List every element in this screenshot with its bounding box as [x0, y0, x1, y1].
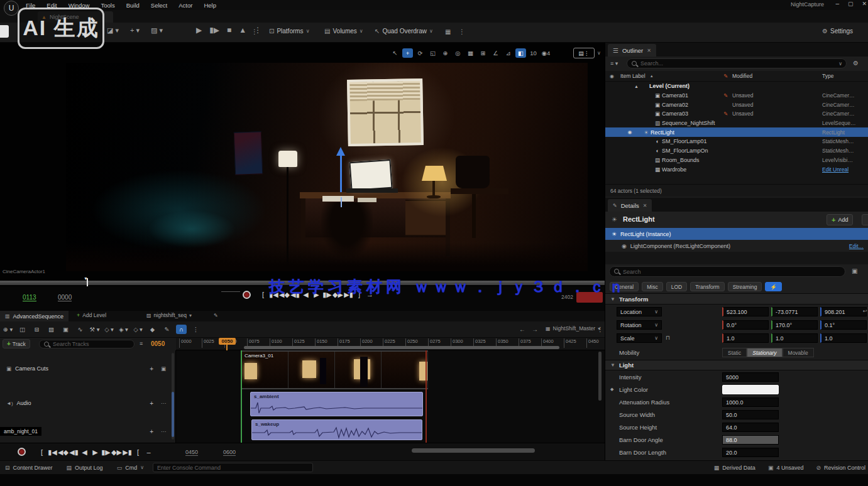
- sequencer-kebab[interactable]: ⋮: [190, 325, 201, 334]
- cine-current-time[interactable]: 0113: [23, 294, 36, 301]
- menu-actor[interactable]: Actor: [173, 1, 198, 10]
- unsaved-button[interactable]: ▣ 4 Unsaved: [768, 465, 804, 471]
- viewport-options-button[interactable]: ▤⋮: [573, 48, 595, 58]
- audio-clip-wakeup[interactable]: s_wakeup: [251, 419, 422, 440]
- menu-build[interactable]: Build: [121, 1, 145, 10]
- details-close-icon[interactable]: ✕: [643, 203, 647, 208]
- console-command-input[interactable]: Enter Console Command: [153, 463, 313, 472]
- play-reverse-button[interactable]: ◀: [79, 446, 90, 458]
- outliner-row-camera02[interactable]: ▣ Camera02 Unsaved CineCamer…: [605, 100, 868, 109]
- grid-size-button[interactable]: ⊞: [478, 48, 488, 58]
- set-start-bracket[interactable]: [: [258, 288, 268, 301]
- track-filter-icon[interactable]: ≡: [140, 340, 143, 347]
- details-expand-icon[interactable]: ▣: [852, 267, 857, 274]
- overdraw-dropdown[interactable]: ↖ Quad Overdraw∨: [375, 28, 433, 35]
- content-drawer-button[interactable]: ⊟ Content Drawer: [5, 465, 53, 471]
- scale-x-field[interactable]: 1.0: [722, 333, 769, 343]
- location-x-field[interactable]: 523.100: [722, 307, 769, 316]
- revision-control-button[interactable]: ⊘ Revision Control: [816, 465, 865, 471]
- actor-type-cell[interactable]: Edit Unreal: [822, 166, 867, 173]
- actor-type-cell[interactable]: LevelSeque…: [822, 120, 867, 126]
- prev-key-button[interactable]: ◀◆: [58, 446, 69, 458]
- actor-type-cell[interactable]: CineCamer…: [822, 92, 867, 99]
- mobility-movable[interactable]: Movable: [783, 348, 814, 357]
- snap-toggle[interactable]: ∩: [176, 325, 187, 334]
- visibility-eye-icon[interactable]: ◉: [624, 129, 635, 135]
- filter-chip-lod[interactable]: LOD: [666, 282, 687, 291]
- component-root-row[interactable]: ☀ RectLight (Instance): [605, 228, 868, 240]
- step-back-button[interactable]: ◀▮: [69, 446, 79, 458]
- camera-speed-button[interactable]: ◉4: [541, 48, 551, 58]
- location-z-field[interactable]: 908.201: [820, 307, 867, 316]
- key-all-button[interactable]: ◆: [147, 325, 158, 334]
- source-width-field[interactable]: 50.0: [722, 410, 779, 419]
- details-search-input[interactable]: Search: [609, 266, 845, 277]
- scrollbar-thumb[interactable]: [172, 392, 174, 437]
- rotation-size-button[interactable]: ⊿: [503, 48, 514, 58]
- sequencer-toolbar-kebab[interactable]: ⋮: [597, 326, 603, 333]
- location-dropdown[interactable]: Location∨: [617, 307, 662, 316]
- layout-grid-button[interactable]: ▦: [445, 28, 451, 35]
- mobility-static[interactable]: Static: [722, 348, 747, 357]
- timeline-hscrollbar[interactable]: [412, 448, 535, 453]
- barn-door-length-field[interactable]: 20.0: [722, 448, 779, 457]
- gizmo-arrowhead[interactable]: [336, 147, 345, 156]
- derived-data-button[interactable]: ▦ Derived Data: [714, 465, 755, 471]
- platforms-dropdown[interactable]: ⊡ Platforms∨: [269, 28, 309, 35]
- outliner-row-wardrobe[interactable]: ▦ Wardrobe Edit Unreal: [605, 165, 868, 174]
- keyframe-diamond-icon[interactable]: ◆: [610, 387, 613, 392]
- actor-type-cell[interactable]: StaticMesh…: [822, 138, 867, 144]
- scale-tool[interactable]: ◱: [427, 48, 438, 58]
- minimize-button[interactable]: –: [835, 0, 839, 7]
- rotation-dropdown[interactable]: Rotation∨: [617, 320, 662, 330]
- component-child-row[interactable]: ◉ LightComponent (RectLightComponent) Ed…: [605, 240, 868, 252]
- scale-snap-toggle[interactable]: ◧: [515, 48, 526, 58]
- auto-key-dropdown[interactable]: ◇ ▾: [133, 325, 143, 334]
- edit-component-link[interactable]: Edit…: [849, 243, 864, 249]
- step-forward-button[interactable]: ▮▶: [101, 446, 111, 458]
- playback-end-marker[interactable]: [426, 350, 427, 443]
- scale-y-field[interactable]: 1.0: [771, 333, 818, 343]
- mobility-stationary[interactable]: Stationary: [747, 348, 782, 357]
- toolbar-kebab-1[interactable]: ⋮: [251, 28, 258, 35]
- editor-modes-dropdown[interactable]: ◪ ▾: [107, 26, 119, 35]
- filter-chip-streaming[interactable]: Streaming: [728, 282, 762, 291]
- camera-lock-icon[interactable]: ▣: [161, 365, 166, 372]
- barn-door-angle-field[interactable]: 88.0: [722, 435, 779, 445]
- location-y-field[interactable]: -73.0771: [771, 307, 818, 316]
- rotate-tool[interactable]: ⟳: [415, 48, 426, 58]
- add-audio-icon[interactable]: +: [150, 400, 153, 407]
- browse-content-button[interactable]: ⊟: [31, 325, 42, 334]
- actor-type-cell[interactable]: CineCamer…: [822, 102, 867, 108]
- track-row-audio-sfx[interactable]: amb_night_01 + ⋯: [0, 427, 171, 436]
- rotation-snap-toggle[interactable]: ∠: [490, 48, 501, 58]
- set-end-bracket[interactable]: [: [133, 446, 143, 458]
- save-icon[interactable]: [0, 25, 9, 38]
- outliner-filter-icon[interactable]: ≡ ▾: [610, 60, 618, 67]
- rotation-y-field[interactable]: 170.0°: [771, 320, 818, 330]
- view-range-end[interactable]: 0600: [223, 449, 236, 456]
- filter-chip-misc[interactable]: Misc: [642, 282, 662, 291]
- playhead-line[interactable]: [226, 345, 228, 350]
- track-list-scrollbar[interactable]: [172, 353, 174, 440]
- outliner-row-floorlamp01[interactable]: ◐ SM_FloorLamp01 StaticMesh…: [605, 137, 868, 146]
- cinematics-dropdown[interactable]: ▨ ▾: [151, 26, 163, 35]
- edit-options-button[interactable]: ✎: [162, 325, 172, 334]
- outliner-tab[interactable]: ☰ Outliner ✕: [608, 44, 656, 57]
- select-tool[interactable]: ↖: [390, 48, 400, 58]
- outliner-row-rectlight[interactable]: ◉ ☀ RectLight RectLight: [605, 127, 868, 137]
- go-to-end-button[interactable]: ▶▮: [122, 446, 133, 458]
- record-button[interactable]: [243, 291, 251, 299]
- modified-column[interactable]: Modified: [732, 73, 752, 79]
- rotation-x-field[interactable]: 0.0°: [722, 320, 769, 330]
- sequencer-record-button[interactable]: [18, 448, 26, 456]
- close-button[interactable]: ✕: [862, 1, 867, 7]
- outliner-search-input[interactable]: Search... ∨: [627, 58, 847, 68]
- maximize-button[interactable]: ▢: [848, 1, 854, 7]
- gizmo-axis-z[interactable]: [340, 156, 342, 192]
- outliner-close-icon[interactable]: ✕: [647, 48, 651, 53]
- curve-editor-button[interactable]: ∿: [75, 325, 85, 334]
- create-camera-button[interactable]: ▣: [60, 325, 71, 334]
- actor-type-cell[interactable]: LevelVisibi…: [822, 157, 867, 163]
- add-sfx-icon[interactable]: +: [150, 428, 153, 435]
